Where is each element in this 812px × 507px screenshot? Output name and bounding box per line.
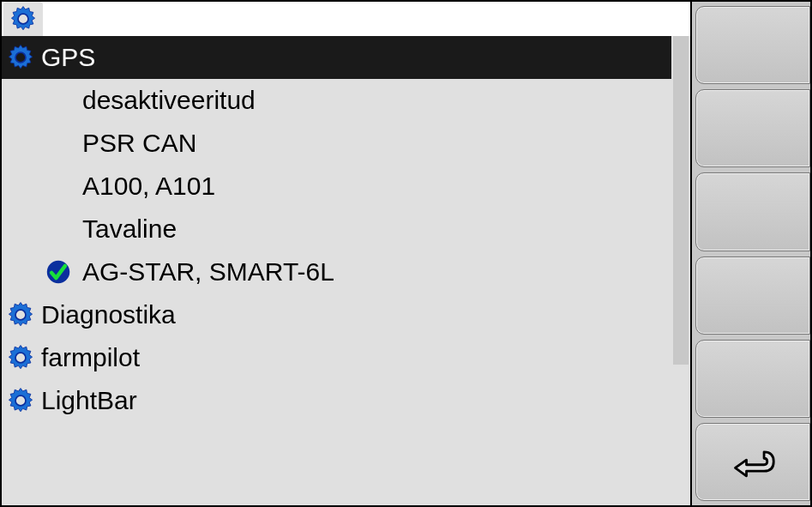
option-label: A100, A101: [79, 172, 215, 201]
side-btn-4[interactable]: [695, 257, 810, 335]
side-btn-1[interactable]: [695, 6, 810, 84]
option-label: Tavaline: [79, 214, 177, 244]
option-label: desaktiveeritud: [79, 86, 256, 115]
side-btn-2[interactable]: [695, 89, 810, 167]
menu-item-label: LightBar: [38, 386, 137, 415]
list-inner: GPS desaktiveeritud PSR CAN A100, A101 T…: [2, 36, 671, 505]
gear-icon: [3, 43, 38, 72]
gps-option-desaktiveeritud[interactable]: desaktiveeritud: [2, 79, 671, 122]
list-area: GPS desaktiveeritud PSR CAN A100, A101 T…: [2, 36, 690, 505]
menu-item-label: farmpilot: [38, 343, 140, 372]
main-panel: GPS desaktiveeritud PSR CAN A100, A101 T…: [2, 2, 690, 505]
option-label: AG-STAR, SMART-6L: [79, 257, 334, 287]
gps-option-a100-a101[interactable]: A100, A101: [2, 165, 671, 208]
check-icon: [38, 259, 79, 285]
gear-icon: [3, 300, 38, 329]
side-btn-back[interactable]: [695, 423, 810, 501]
svg-point-3: [15, 310, 26, 320]
menu-item-lightbar[interactable]: LightBar: [2, 379, 671, 422]
gear-icon: [3, 386, 38, 415]
svg-point-4: [15, 353, 26, 363]
svg-point-5: [15, 395, 26, 406]
side-panel: [690, 2, 810, 505]
menu-item-gps[interactable]: GPS: [2, 36, 671, 79]
gps-option-ag-star[interactable]: AG-STAR, SMART-6L: [2, 250, 671, 293]
svg-point-1: [15, 52, 26, 63]
header-tab: [3, 2, 43, 36]
gear-icon: [3, 343, 38, 372]
back-icon: [729, 445, 777, 478]
menu-item-diagnostika[interactable]: Diagnostika: [2, 293, 671, 336]
header-row: [2, 2, 690, 36]
scrollbar[interactable]: [671, 36, 690, 505]
side-btn-5[interactable]: [695, 340, 810, 418]
gps-option-tavaline[interactable]: Tavaline: [2, 208, 671, 250]
svg-point-0: [18, 14, 28, 24]
side-btn-3[interactable]: [695, 172, 810, 250]
menu-item-label: GPS: [38, 43, 95, 72]
gear-icon: [9, 4, 38, 33]
gps-option-psr-can[interactable]: PSR CAN: [2, 122, 671, 165]
menu-item-label: Diagnostika: [38, 300, 176, 329]
option-label: PSR CAN: [79, 129, 196, 158]
menu-item-farmpilot[interactable]: farmpilot: [2, 336, 671, 379]
scrollbar-thumb[interactable]: [673, 36, 689, 365]
